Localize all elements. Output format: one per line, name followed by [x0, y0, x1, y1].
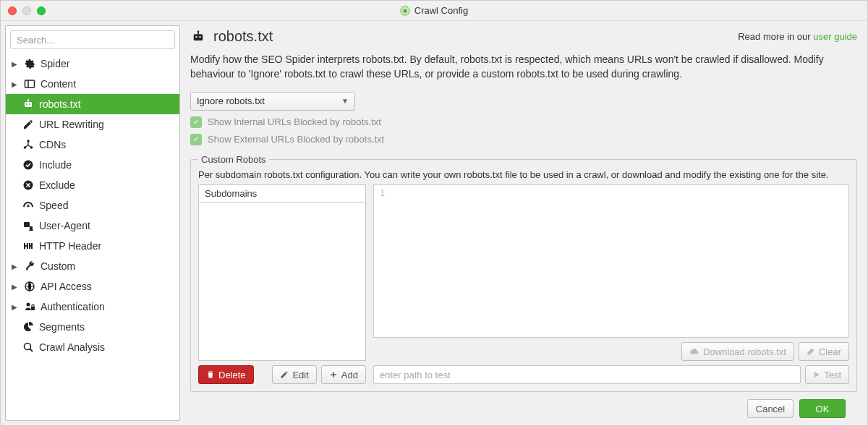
svg-point-17 — [27, 303, 30, 307]
titlebar: Crawl Config — [1, 1, 867, 21]
svg-rect-4 — [25, 102, 32, 107]
sidebar-item-label: URL Rewriting — [39, 119, 104, 130]
sidebar-item-authentication[interactable]: ▶ Authentication — [6, 297, 179, 317]
close-window-button[interactable] — [8, 7, 17, 15]
cancel-button[interactable]: Cancel — [747, 399, 793, 418]
sidebar-item-segments[interactable]: Segments — [6, 317, 179, 337]
custom-robots-fieldset: Custom Robots Per subdomain robots.txt c… — [190, 154, 857, 392]
button-label: Clear — [819, 346, 841, 357]
robot-icon — [22, 98, 35, 111]
body: ▶ Spider ▶ Content robots.txt URL Rewrit… — [1, 21, 867, 425]
robots-editor[interactable]: 1 — [373, 184, 849, 338]
subdomains-toolbar: Delete Edit Add — [198, 365, 366, 384]
sidebar-item-spider[interactable]: ▶ Spider — [6, 54, 179, 74]
editor-column: 1 Download robots.txt Clear — [373, 184, 849, 384]
user-guide-link[interactable]: user guide — [813, 31, 857, 42]
svg-point-25 — [197, 30, 200, 33]
readmore: Read more in our user guide — [738, 31, 857, 42]
delete-button[interactable]: Delete — [198, 365, 254, 384]
test-row: Test — [373, 365, 849, 384]
checkbox-checked-icon: ✓ — [190, 134, 202, 145]
window-title: Crawl Config — [1, 5, 867, 16]
sidebar-item-user-agent[interactable]: User-Agent — [6, 216, 179, 236]
sidebar-item-label: HTTP Header — [39, 240, 101, 252]
lock-user-icon — [23, 300, 36, 313]
chevron-right-icon: ▶ — [10, 303, 19, 311]
gear-icon — [23, 57, 36, 70]
search-icon — [22, 341, 35, 354]
svg-rect-18 — [31, 307, 35, 310]
sidebar-item-label: Exclude — [39, 179, 75, 191]
trash-icon — [206, 370, 215, 379]
sidebar-item-label: Custom — [41, 260, 75, 272]
dropdown-value: Ignore robots.txt — [197, 95, 265, 106]
network-icon — [22, 138, 35, 151]
button-label: Delete — [218, 370, 246, 380]
sidebar-item-api-access[interactable]: ▶ API Access — [6, 276, 179, 297]
checkbox-label: Show External URLs Blocked by robots.txt — [208, 134, 384, 145]
edit-icon — [22, 118, 35, 131]
svg-rect-21 — [194, 34, 203, 41]
test-button[interactable]: Test — [805, 365, 849, 384]
gauge-icon — [22, 199, 35, 212]
robot-icon — [190, 29, 206, 45]
sidebar-item-cdns[interactable]: CDNs — [6, 135, 179, 155]
button-label: Download robots.txt — [703, 346, 786, 357]
sidebar-item-http-header[interactable]: HTTP Header — [6, 236, 179, 256]
custom-robots-grid: Subdomains Delete Edit — [198, 184, 849, 384]
sidebar-item-label: API Access — [41, 281, 92, 292]
main-panel: robots.txt Read more in our user guide M… — [180, 21, 867, 425]
svg-point-9 — [27, 140, 30, 142]
pie-icon — [22, 320, 35, 333]
show-internal-checkbox-row[interactable]: ✓ Show Internal URLs Blocked by robots.t… — [190, 116, 857, 128]
sidebar-item-url-rewriting[interactable]: URL Rewriting — [6, 114, 179, 135]
checkbox-label: Show Internal URLs Blocked by robots.txt — [208, 116, 381, 127]
robots-mode-dropdown[interactable]: Ignore robots.txt ▼ — [190, 92, 355, 111]
test-path-input[interactable] — [373, 365, 801, 384]
sidebar-item-crawl-analysis[interactable]: Crawl Analysis — [6, 337, 179, 357]
window-title-text: Crawl Config — [414, 5, 468, 16]
svg-point-8 — [27, 99, 29, 101]
add-button[interactable]: Add — [321, 365, 366, 384]
minimize-window-button[interactable] — [22, 7, 31, 15]
download-robots-button[interactable]: Download robots.txt — [681, 342, 794, 361]
sidebar-item-exclude[interactable]: Exclude — [6, 175, 179, 195]
chevron-right-icon: ▶ — [10, 60, 19, 68]
chevron-right-icon: ▶ — [10, 283, 19, 291]
user-agent-icon — [22, 219, 35, 232]
svg-point-19 — [25, 344, 31, 350]
maximize-window-button[interactable] — [37, 7, 46, 15]
sidebar-item-label: robots.txt — [39, 98, 81, 110]
chevron-right-icon: ▶ — [10, 263, 19, 270]
svg-point-0 — [401, 6, 409, 14]
search-input[interactable] — [10, 30, 175, 49]
subdomains-list[interactable]: Subdomains — [198, 184, 366, 361]
chevron-down-icon: ▼ — [341, 97, 349, 105]
sidebar-item-speed[interactable]: Speed — [6, 195, 179, 216]
sidebar-item-include[interactable]: Include — [6, 155, 179, 175]
sidebar-item-robots[interactable]: robots.txt — [6, 94, 179, 114]
sidebar-item-custom[interactable]: ▶ Custom — [6, 256, 179, 276]
button-label: OK — [816, 404, 830, 414]
svg-rect-14 — [24, 222, 30, 227]
sidebar-item-label: Spider — [41, 58, 69, 69]
edit-icon — [280, 370, 289, 379]
chevron-right-icon: ▶ — [10, 80, 19, 88]
check-circle-icon — [22, 158, 35, 171]
sidebar-item-content[interactable]: ▶ Content — [6, 74, 179, 94]
page-header: robots.txt Read more in our user guide — [190, 28, 857, 45]
button-label: Edit — [292, 370, 308, 380]
editor-toolbar: Download robots.txt Clear — [373, 342, 849, 361]
sidebar-item-label: CDNs — [39, 139, 66, 150]
clear-button[interactable]: Clear — [799, 342, 849, 361]
sidebar-item-label: Content — [41, 78, 76, 90]
show-external-checkbox-row[interactable]: ✓ Show External URLs Blocked by robots.t… — [190, 134, 857, 145]
sidebar-item-label: Segments — [39, 321, 85, 333]
ok-button[interactable]: OK — [799, 399, 846, 418]
sidebar-item-label: User-Agent — [39, 220, 90, 231]
subdomains-column: Subdomains Delete Edit — [198, 184, 366, 384]
nav: ▶ Spider ▶ Content robots.txt URL Rewrit… — [6, 54, 179, 420]
x-circle-icon — [22, 179, 35, 192]
edit-button[interactable]: Edit — [272, 365, 316, 384]
page-title-text: robots.txt — [213, 28, 273, 45]
